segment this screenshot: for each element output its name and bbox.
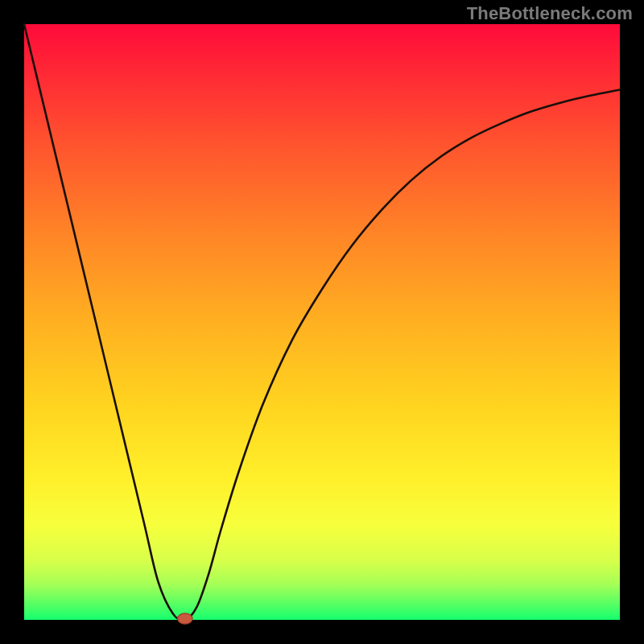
watermark-text: TheBottleneck.com xyxy=(467,3,633,24)
chart-frame: TheBottleneck.com xyxy=(0,0,644,644)
plot-area xyxy=(24,24,620,620)
minimum-marker xyxy=(178,613,193,624)
bottleneck-curve xyxy=(24,24,620,621)
curve-layer xyxy=(24,24,620,620)
